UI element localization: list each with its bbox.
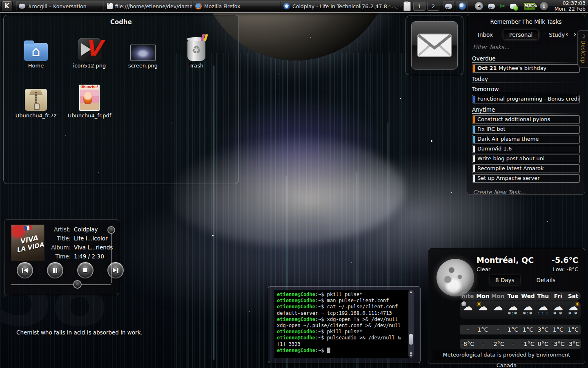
clipboard-icon[interactable] — [403, 2, 411, 11]
taskbar-item-label: Coldplay - Life In Technicolor — [292, 3, 361, 9]
desktop-toolbox-tab[interactable]: ☾ Desktop — [577, 30, 588, 68]
cloud-icon: ☁ — [523, 301, 533, 312]
quicklaunch-browser[interactable] — [457, 1, 468, 11]
rtm-task-item[interactable]: Recompile latest Amarok — [472, 164, 580, 173]
scissors-icon: ✂ — [499, 2, 505, 10]
weather-day-name: nite — [460, 293, 475, 299]
desktop-icon-home[interactable]: Home — [10, 33, 62, 69]
rtm-tab-inbox[interactable]: Inbox — [478, 31, 493, 38]
stop-button[interactable] — [77, 262, 94, 278]
toolbox-label: Desktop — [580, 40, 586, 64]
rtm-tab-study[interactable]: Study — [549, 31, 565, 38]
chat-status-icon — [510, 4, 517, 9]
terminal-prompt-user: etienne@Codhe — [277, 298, 315, 303]
taskbar-item-editor[interactable]: file:///home/etienne/dev/damn — [105, 1, 192, 11]
clock-widget[interactable]: 02:37:03 Mon, 22 Feb — [555, 0, 586, 12]
terminal-line: [1] 3323 — [277, 341, 408, 348]
previous-button[interactable] — [17, 262, 33, 278]
weather-day-name: Mon — [490, 293, 506, 299]
archive-icon — [25, 89, 47, 111]
terminal-window[interactable]: etienne@Codhe:~$ pkill pulse*etienne@Cod… — [268, 286, 421, 363]
seek-slider[interactable] — [11, 284, 111, 285]
rtm-task-item[interactable]: DamnVid 1.6 — [472, 145, 580, 153]
rtm-task-item[interactable]: Set up Ampache server — [472, 174, 580, 183]
weather-tab-8-days[interactable]: 8 Days — [490, 275, 520, 285]
terminal-text: xdg-open !$ >& /dev/null — [327, 316, 398, 322]
cloud-icon: ☁ — [478, 301, 488, 312]
terminal-prompt-suffix: :~$ — [315, 304, 327, 310]
mail-button[interactable] — [411, 21, 458, 70]
weather-high-temp: - — [490, 326, 506, 333]
damnvid-logo-icon: V — [78, 38, 101, 61]
task-label: Write blog post about uni — [477, 155, 545, 162]
weather-high-temp: 1°C — [550, 326, 566, 333]
pdf-cover-icon — [79, 85, 100, 111]
seek-slider-handle[interactable] — [73, 280, 82, 289]
taskbar-item-amarok[interactable]: Coldplay - Life In Technicolor — [281, 1, 361, 11]
desktop-icon-screen[interactable]: screen.png — [117, 33, 169, 69]
rtm-task-item[interactable]: Write blog post about uni — [472, 155, 580, 163]
terminal-line: etienne@Codhe:~$ cat ~/.pulse/client.con… — [277, 304, 408, 310]
task-label: Dark Air plasma theme — [477, 136, 539, 142]
pager-desktop-1[interactable]: 1 — [413, 2, 425, 11]
systray-messenger[interactable] — [508, 2, 518, 11]
rtm-tab-personal[interactable]: Personal — [503, 30, 538, 39]
weather-day-name: Mon — [475, 293, 490, 299]
pager-desktop-2[interactable]: 2 — [427, 2, 439, 11]
systray-collapse-button[interactable]: ◀ — [475, 2, 483, 10]
scrollbar-thumb[interactable] — [409, 334, 413, 345]
desktop-icon-icon512[interactable]: V icon512.png — [64, 33, 115, 69]
speech-bubble-icon — [488, 4, 495, 9]
scroll-up-icon[interactable]: ▲ — [408, 290, 414, 294]
rtm-filter-input[interactable]: Filter Tasks... — [473, 44, 579, 50]
volume-slider-handle[interactable] — [107, 226, 115, 234]
desktop-icon-ubunchu-7z[interactable]: Ubunchu4_fr.7z — [10, 83, 62, 119]
rtm-new-task-input[interactable]: Create New Task... — [472, 188, 580, 197]
rtm-task-item[interactable]: Construct additional pylons — [472, 115, 580, 124]
rtm-task-item[interactable]: Fix IRC bot — [472, 125, 580, 134]
next-button[interactable] — [107, 262, 124, 278]
weather-icon-rain: ☁: : : — [535, 301, 550, 319]
globe-icon — [459, 2, 466, 10]
notifications-info-icon[interactable]: i — [540, 2, 548, 10]
system-monitor-value: 47.8 — [375, 3, 387, 9]
terminal-text: cat ~/.pulse/client.conf — [327, 304, 398, 310]
rtm-task-item[interactable]: Dark Air plasma theme — [472, 135, 580, 144]
kde-menu-button[interactable]: K — [1, 1, 13, 11]
artist-value: Coldplay — [74, 225, 98, 234]
rtm-scroll-left-button[interactable]: ‹ — [564, 31, 570, 39]
battery-widget[interactable]: 98% — [521, 2, 540, 11]
taskbar-item-label: Mozilla Firefox — [204, 3, 240, 9]
systray-konversation[interactable] — [487, 2, 496, 11]
task-priority-bar — [473, 116, 475, 123]
desktop-icon-ubunchu-pdf[interactable]: Ubunchu4_fr.pdf — [64, 83, 115, 119]
systray-klipper[interactable]: ✂ — [498, 2, 507, 11]
task-priority-bar — [473, 165, 475, 172]
volume-slider[interactable] — [111, 227, 112, 283]
quicklaunch-konversation[interactable] — [443, 1, 454, 11]
terminal-scrollbar[interactable]: ▲ ▲▼ — [408, 290, 414, 358]
title-value: Life I...icolor — [74, 234, 107, 243]
weather-high-temp: 1°C — [566, 326, 581, 333]
terminal-text: pulseaudio >& /dev/null & — [327, 335, 401, 341]
weather-high-temp: - — [460, 326, 475, 333]
terminal-screen[interactable]: etienne@Codhe:~$ pkill pulse*etienne@Cod… — [274, 290, 409, 358]
cloud-icon: ☁ — [553, 301, 563, 312]
taskbar-item-konversation[interactable]: #mcgill – Konversation — [16, 1, 104, 11]
rtm-task-item[interactable]: Oct 21 Mythee's birthday — [472, 64, 580, 73]
weather-lows-row: -8°C--2°C--1°C0°C-3°C-3°C — [460, 339, 581, 349]
desktop-icon-trash[interactable]: Trash — [171, 33, 222, 69]
weather-tab-details[interactable]: Details — [531, 275, 561, 285]
taskbar-item-firefox[interactable]: Mozilla Firefox — [193, 1, 280, 11]
task-priority-bar — [473, 126, 475, 133]
pause-button[interactable] — [47, 262, 63, 278]
trash-can-icon — [187, 39, 205, 61]
scroll-down-icons[interactable]: ▲▼ — [408, 351, 414, 357]
battery-percent: 98% — [521, 2, 540, 9]
mail-widget — [405, 16, 463, 75]
task-label: Set up Ampache server — [477, 175, 540, 181]
weather-day-name: Wed — [521, 293, 536, 299]
rtm-task-item[interactable]: Functional programming - Bonus credit ..… — [472, 95, 580, 103]
weather-low-temp: 0°C — [535, 341, 550, 347]
task-label: Construct additional pylons — [477, 116, 550, 122]
